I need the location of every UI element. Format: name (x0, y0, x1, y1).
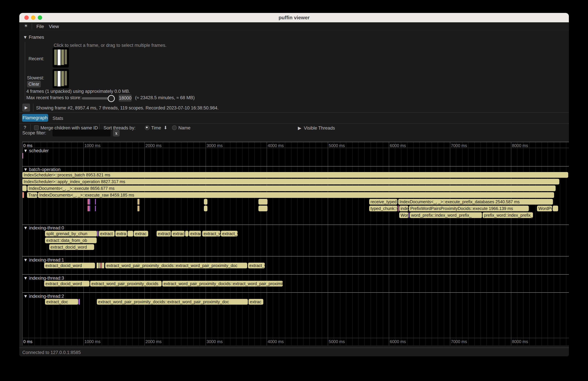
flame-bar[interactable]: extract_docid_word (49, 244, 94, 250)
clear-frames-button[interactable]: Clear (27, 81, 41, 87)
frame-bar[interactable] (54, 71, 57, 86)
frame-bar[interactable] (54, 49, 57, 65)
flame-bar[interactable] (553, 206, 558, 211)
max-frames-slider-knob[interactable] (108, 95, 115, 102)
flame-bar[interactable] (95, 206, 96, 211)
flame-bar[interactable]: extra (115, 231, 127, 236)
flame-bar[interactable]: extract_word_pair_proximity_docids::extr… (162, 281, 283, 287)
flame-bar[interactable] (100, 263, 102, 268)
flame-bar[interactable] (258, 206, 268, 211)
flame-bar[interactable]: extract_wo (248, 263, 265, 268)
flame-bar[interactable]: IndexDocuments<_, _>::execute 8656.677 m… (27, 186, 556, 191)
flame-bar[interactable]: split_grenad_by_chun (45, 231, 97, 236)
recent-frames-thumbnail[interactable] (53, 47, 69, 68)
visible-threads-collapsible[interactable]: ▶ Visible Threads (298, 125, 335, 131)
flame-bar[interactable]: extract (189, 231, 201, 236)
flame-bar[interactable] (89, 206, 90, 211)
thread-section-label[interactable]: ▼ batch-operation (23, 167, 61, 172)
flame-bar[interactable] (204, 199, 208, 205)
flame-bar[interactable]: extract_word_pair_proximity_docids (90, 281, 162, 287)
flame-bar[interactable] (22, 153, 23, 159)
flame-bar[interactable] (22, 186, 27, 191)
flame-bar[interactable] (204, 206, 208, 211)
menu-file[interactable]: File (36, 24, 44, 29)
flame-bar[interactable]: PrefixWordPairsProximityDocids::execute … (409, 206, 529, 211)
flame-bar[interactable]: WordPr (537, 206, 552, 211)
flame-bar[interactable] (95, 199, 96, 205)
flame-bar[interactable]: extract_ (171, 231, 185, 236)
flame-bar[interactable]: IndexScheduler>::apply_index_operation 8… (22, 179, 559, 185)
sort-name-radio[interactable] (172, 125, 177, 130)
flame-bar[interactable] (79, 299, 80, 305)
frame-bar-selected[interactable] (58, 71, 61, 86)
flame-bar[interactable]: IndexDocuments<_, _>::execute_prefix_dat… (398, 199, 553, 205)
flame-bar[interactable]: word_prefix::index_word_prefix_ (410, 212, 482, 218)
flame-bar[interactable] (97, 263, 99, 268)
flame-bar[interactable]: extrac (249, 299, 263, 305)
scope-filter-input[interactable] (53, 129, 111, 136)
flame-bar[interactable] (185, 231, 189, 236)
flame-bar[interactable] (398, 206, 399, 211)
flame-bar[interactable]: extract (99, 231, 115, 236)
flame-bar[interactable] (88, 206, 89, 211)
flame-bar[interactable] (127, 231, 133, 236)
flame-bar[interactable] (22, 192, 24, 198)
sort-name-label[interactable]: Name (178, 125, 190, 130)
thread-section-label[interactable]: ▼ indexing-thread:1 (23, 257, 64, 263)
flame-bar[interactable]: extract_word (202, 231, 220, 236)
flame-bar[interactable]: extract_ (157, 231, 171, 236)
flame-bar[interactable]: extract_word_pair_proximity_docids::extr… (105, 263, 247, 268)
flame-bar[interactable]: extract_wo (221, 231, 238, 236)
flame-bar[interactable] (99, 263, 100, 268)
frame-bar-selected[interactable] (58, 49, 61, 65)
sort-direction-arrow-icon[interactable]: ⬇ (164, 125, 168, 130)
play-button[interactable]: ▶ (22, 104, 30, 112)
time-tick-label: 7000 ms (451, 339, 467, 344)
menu-divider (32, 23, 32, 29)
flame-bar[interactable]: prefix_word::index_prefix_wo (483, 212, 533, 218)
thread-section-label[interactable]: ▼ indexing-thread:0 (23, 225, 64, 231)
flame-bar[interactable]: receive_typed_ (369, 199, 397, 205)
merge-children-checkbox[interactable] (34, 125, 39, 130)
sort-time-radio[interactable] (145, 125, 149, 130)
frame-bar[interactable] (65, 71, 67, 85)
title-bar[interactable]: puffin viewer (19, 13, 569, 22)
flame-bar[interactable]: extract_doc (45, 299, 78, 305)
flame-bar[interactable]: Trans (27, 192, 37, 198)
frame-bar[interactable] (61, 71, 64, 86)
flame-bar[interactable] (137, 199, 139, 205)
max-frames-value[interactable]: 18000 (119, 94, 132, 102)
flame-bar[interactable]: extract_docid_word (44, 281, 89, 287)
flame-bar[interactable]: extract::data_from_ob (45, 237, 97, 243)
flame-bar[interactable]: IndexScheduler>::process_batch 8953.821 … (22, 172, 568, 178)
flame-bar[interactable]: IndexDocuments<_, _>::execute_raw 8459.1… (38, 192, 554, 198)
frame-bar[interactable] (61, 49, 64, 65)
flame-bar[interactable] (88, 199, 89, 205)
menu-view[interactable]: View (49, 24, 59, 29)
thread-section-label[interactable]: ▼ scheduler (23, 148, 49, 153)
flame-bar[interactable]: extrac (134, 231, 148, 236)
flamegraph-canvas[interactable]: 0 ms0 ms1000 ms1000 ms2000 ms2000 ms3000… (22, 142, 569, 345)
flame-bar[interactable]: typed_chunk::w (369, 206, 397, 211)
thread-section-label[interactable]: ▼ indexing-thread:2 (23, 294, 64, 299)
frame-bar[interactable] (65, 49, 67, 64)
tab-flamegraph[interactable]: Flamegraph (22, 114, 48, 122)
flame-bar[interactable] (409, 212, 409, 218)
flame-bar[interactable]: index (399, 206, 408, 211)
help-button[interactable]: ? (24, 125, 26, 130)
clear-filter-button[interactable]: x (113, 130, 120, 136)
sort-time-label[interactable]: Time (151, 125, 161, 130)
theme-sun-icon[interactable]: ☀ (24, 23, 28, 28)
slowest-frames-thumbnail[interactable] (53, 69, 69, 88)
flame-bar[interactable]: Word (399, 212, 408, 218)
flame-bar[interactable] (89, 199, 90, 205)
flame-bar[interactable] (102, 263, 104, 268)
flame-bar[interactable] (97, 231, 98, 236)
thread-section-label[interactable]: ▼ indexing-thread:3 (23, 275, 64, 281)
flame-bar[interactable] (258, 199, 268, 205)
tab-stats[interactable]: Stats (53, 116, 63, 121)
flame-bar[interactable] (137, 206, 139, 211)
frames-section-header[interactable]: ▼ Frames (23, 35, 44, 40)
flame-bar[interactable]: extract_word_pair_proximity_docids::extr… (97, 299, 248, 305)
flame-bar[interactable]: extract_docid_word (44, 263, 95, 268)
